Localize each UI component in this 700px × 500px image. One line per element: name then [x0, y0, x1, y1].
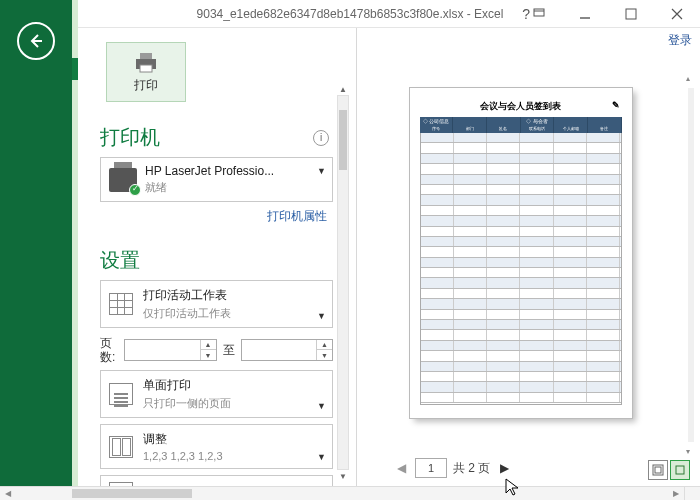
print-preview-panel: 会议与会人员签到表✎ ◇ 公司信息◇ 与会者 序号部门姓名联系电话个人邮箱备注 … [353, 28, 700, 486]
chevron-down-icon: ▼ [317, 311, 326, 321]
preview-scrollbar[interactable] [688, 88, 694, 442]
orientation-selector[interactable]: 纵向 ▼ [100, 475, 333, 486]
svg-rect-0 [534, 9, 544, 16]
show-margins-button[interactable] [648, 460, 668, 480]
printer-status-icon [109, 168, 137, 192]
document-title: 9034_e1ede682e6347d8eb1478b6853c3f80e.xl… [197, 7, 504, 21]
close-button[interactable] [654, 0, 700, 28]
chevron-down-icon: ▼ [317, 166, 326, 176]
pages-to-input[interactable]: ▲▼ [241, 339, 334, 361]
svg-rect-3 [140, 53, 152, 59]
settings-heading: 设置 [100, 247, 333, 274]
page-number-input[interactable]: 1 [415, 458, 447, 478]
backstage-gutter [0, 0, 72, 500]
printer-properties-link[interactable]: 打印机属性 [100, 208, 327, 225]
chevron-down-icon: ▼ [317, 401, 326, 411]
printer-selector[interactable]: HP LaserJet Professio... 就绪 ▼ [100, 157, 333, 202]
prev-page-button[interactable]: ◀ [393, 461, 409, 475]
page-nav: ◀ 1 共 2 页 ▶ [393, 458, 512, 478]
collation-selector[interactable]: 调整1,2,3 1,2,3 1,2,3 ▼ [100, 424, 333, 469]
svg-rect-7 [676, 466, 684, 474]
ribbon-options-button[interactable] [516, 0, 562, 28]
zoom-to-page-button[interactable] [670, 460, 690, 480]
settings-scrollbar[interactable]: ▲▼ [337, 83, 349, 482]
pages-from-input[interactable]: ▲▼ [124, 339, 217, 361]
worksheet-icon [109, 293, 133, 315]
svg-rect-6 [655, 467, 661, 473]
sides-selector[interactable]: 单面打印只打印一侧的页面 ▼ [100, 370, 333, 418]
info-icon[interactable]: i [313, 130, 329, 146]
svg-rect-1 [626, 9, 636, 19]
print-what-selector[interactable]: 打印活动工作表仅打印活动工作表 ▼ [100, 280, 333, 328]
chevron-down-icon: ▼ [317, 452, 326, 462]
title-bar: 9034_e1ede682e6347d8eb1478b6853c3f80e.xl… [0, 0, 700, 28]
maximize-button[interactable] [608, 0, 654, 28]
print-settings-panel: 打印 打印机 i HP LaserJet Professio... 就绪 ▼ 打… [78, 28, 353, 486]
printer-heading: 打印机 i [100, 124, 333, 151]
edit-icon: ✎ [612, 100, 620, 110]
preview-page: 会议与会人员签到表✎ ◇ 公司信息◇ 与会者 序号部门姓名联系电话个人邮箱备注 [410, 88, 632, 418]
minimize-button[interactable] [562, 0, 608, 28]
back-button[interactable] [17, 22, 55, 60]
window-controls [516, 0, 700, 28]
collate-icon [109, 436, 133, 458]
pages-label: 页数: [100, 336, 118, 364]
printer-icon [132, 51, 160, 73]
print-button[interactable]: 打印 [106, 42, 186, 102]
svg-rect-4 [140, 65, 152, 72]
page-icon [109, 383, 133, 405]
horizontal-scrollbar[interactable]: ◀▶ [0, 486, 684, 500]
next-page-button[interactable]: ▶ [496, 461, 512, 475]
